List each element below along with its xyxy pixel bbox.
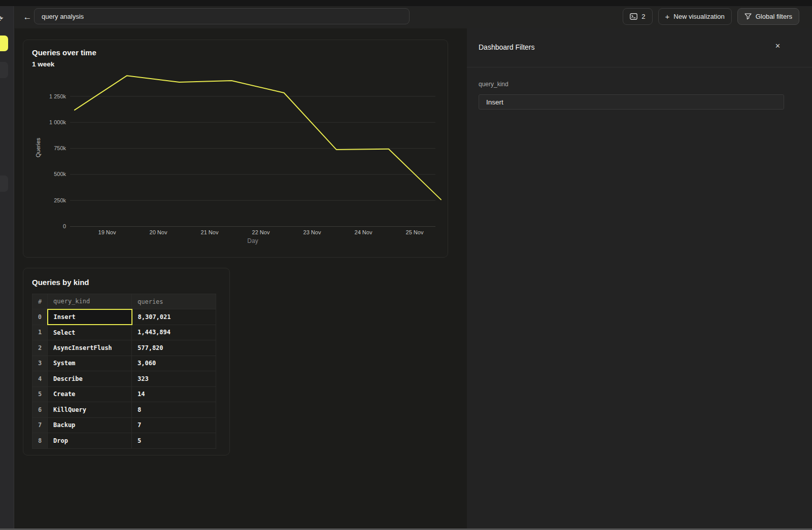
table-row: 5Create14	[32, 386, 216, 402]
row-index: 6	[32, 402, 48, 418]
row-index: 5	[32, 386, 48, 402]
cell-queries[interactable]: 577,820	[132, 340, 216, 356]
table-row: 2AsyncInsertFlush577,820	[32, 340, 216, 356]
y-tick-label: 250k	[54, 197, 66, 203]
panel-body: query_kind	[479, 67, 784, 110]
cell-queries[interactable]: 14	[132, 386, 216, 402]
funnel-icon	[745, 13, 752, 20]
panel-title: Dashboard Filters	[479, 43, 535, 51]
cell-query-kind[interactable]: Describe	[48, 371, 132, 387]
global-filters-label: Global filters	[756, 13, 792, 20]
table-title: Queries by kind	[32, 278, 89, 287]
console-icon	[630, 13, 637, 20]
cell-query-kind[interactable]: KillQuery	[48, 402, 132, 418]
row-index: 0	[32, 309, 48, 325]
sidebar-item[interactable]	[0, 175, 8, 192]
cell-query-kind[interactable]: Insert	[48, 309, 132, 325]
y-tick-label: 1 250k	[49, 93, 66, 99]
cell-queries[interactable]: 7	[132, 417, 216, 433]
table-row: 3System3,060	[32, 356, 216, 371]
app-window: ⟳ ← 2 + New visualization	[0, 0, 812, 530]
y-tick-label: 500k	[54, 171, 66, 177]
table-row: 6KillQuery8	[32, 402, 216, 418]
row-index: 8	[32, 433, 48, 449]
cell-queries[interactable]: 323	[132, 371, 216, 387]
console-count-button[interactable]: 2	[623, 8, 652, 25]
row-index: 7	[32, 417, 48, 433]
y-axis-title: Queries	[35, 137, 41, 157]
filter-field-label: query_kind	[479, 81, 784, 88]
filter-value-input[interactable]	[479, 94, 784, 110]
cell-query-kind[interactable]: Drop	[48, 433, 132, 449]
new-visualization-label: New visualization	[673, 13, 724, 20]
row-index: 4	[32, 371, 48, 387]
queries-over-time-chart[interactable]: 0250k500k750k1 000k1 250k19 Nov20 Nov21 …	[23, 40, 449, 258]
table-row: 1Select1,443,894	[32, 325, 216, 340]
column-header-queries[interactable]: queries	[132, 294, 216, 309]
column-header-index[interactable]: #	[32, 294, 48, 309]
history-icon[interactable]: ⟳	[0, 15, 3, 23]
cell-query-kind[interactable]: Backup	[48, 417, 132, 433]
chart-title: Queries over time	[32, 48, 96, 57]
plus-icon: +	[665, 12, 670, 21]
x-tick-label: 19 Nov	[98, 229, 116, 235]
sidebar: ⟳	[0, 6, 14, 530]
dashboard-title-input[interactable]	[34, 8, 410, 24]
x-tick-label: 20 Nov	[150, 229, 167, 235]
row-index: 1	[32, 325, 48, 340]
y-tick-label: 750k	[54, 145, 66, 151]
chart-subtitle: 1 week	[32, 60, 54, 68]
cell-query-kind[interactable]: System	[48, 356, 132, 371]
x-axis-title: Day	[247, 237, 258, 244]
series-line-queries	[75, 76, 441, 199]
cell-query-kind[interactable]: Select	[48, 325, 132, 340]
column-header-query_kind[interactable]: query_kind	[48, 294, 132, 309]
table-row: 7Backup7	[32, 417, 216, 433]
x-tick-label: 24 Nov	[355, 229, 373, 235]
cell-queries[interactable]: 8	[132, 402, 216, 418]
cell-queries[interactable]: 5	[132, 433, 216, 449]
row-index: 2	[32, 340, 48, 356]
x-tick-label: 21 Nov	[201, 229, 219, 235]
back-button[interactable]: ←	[20, 10, 35, 25]
topbar-actions: 2 + New visualization Global filters	[623, 8, 799, 25]
row-index: 3	[32, 356, 48, 371]
table-row: 4Describe323	[32, 371, 216, 387]
x-tick-label: 25 Nov	[406, 229, 424, 235]
y-tick-label: 1 000k	[49, 119, 66, 125]
sidebar-item[interactable]	[0, 62, 8, 78]
chart-card: 0250k500k750k1 000k1 250k19 Nov20 Nov21 …	[23, 40, 448, 258]
cell-query-kind[interactable]: AsyncInsertFlush	[48, 340, 132, 356]
cell-queries[interactable]: 8,307,021	[132, 309, 216, 325]
window-top-strip	[0, 0, 812, 6]
cell-queries[interactable]: 1,443,894	[132, 325, 216, 340]
global-filters-button[interactable]: Global filters	[737, 8, 799, 25]
x-tick-label: 23 Nov	[303, 229, 321, 235]
x-tick-label: 22 Nov	[252, 229, 270, 235]
dashboard-canvas: 0250k500k750k1 000k1 250k19 Nov20 Nov21 …	[15, 28, 467, 528]
dashboard-filters-panel: Dashboard Filters ✕ query_kind	[467, 28, 812, 528]
table-card: Queries by kind #query_kindqueries0Inser…	[23, 268, 230, 455]
console-count: 2	[641, 13, 645, 20]
new-visualization-button[interactable]: + New visualization	[658, 8, 732, 25]
topbar: ← 2 + New visualization Global filters	[15, 6, 812, 28]
queries-by-kind-table: #query_kindqueries0Insert8,307,0211Selec…	[32, 294, 216, 449]
cell-queries[interactable]: 3,060	[132, 356, 216, 371]
table-row: 8Drop5	[32, 433, 216, 449]
cell-query-kind[interactable]: Create	[48, 386, 132, 402]
close-icon[interactable]: ✕	[775, 42, 781, 50]
sidebar-item-active[interactable]	[0, 36, 8, 51]
table-row: 0Insert8,307,021	[32, 309, 216, 325]
panel-header: Dashboard Filters ✕	[467, 28, 812, 67]
y-tick-label: 0	[63, 223, 66, 229]
